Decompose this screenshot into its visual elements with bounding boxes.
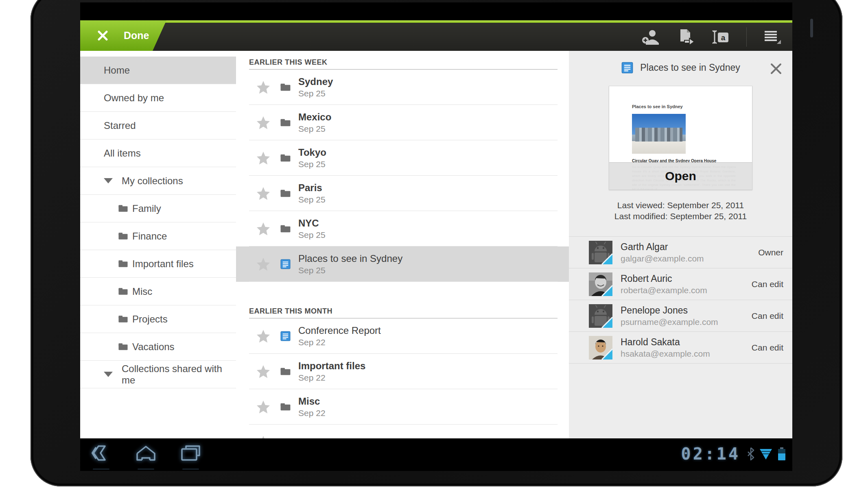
- collaborator-name: Harold Sakata: [621, 336, 710, 348]
- star-icon[interactable]: [256, 329, 270, 343]
- star-icon[interactable]: [256, 365, 270, 379]
- clock: 02:14: [681, 444, 740, 463]
- list-item-conference-report[interactable]: Conference ReportSep 22: [236, 318, 569, 354]
- sidebar-item-collections-shared-with-me[interactable]: Collections shared with me: [80, 361, 236, 388]
- folder-icon: [280, 366, 291, 377]
- list-item-paris[interactable]: ParisSep 25: [236, 176, 569, 211]
- folder-icon: [280, 401, 291, 412]
- collaborator-role: Owner: [758, 248, 783, 257]
- home-icon: [134, 443, 157, 463]
- collaborator-row-harold-sakata[interactable]: Harold Sakata hsakata@example.com Can ed…: [569, 332, 792, 364]
- sidebar-item-home[interactable]: Home: [80, 57, 236, 84]
- sidebar-item-misc[interactable]: Misc: [80, 278, 236, 305]
- item-title: Conference Report: [298, 325, 381, 337]
- last-viewed: Last viewed: September 25, 2011: [569, 200, 792, 211]
- item-date: Sep 22: [298, 407, 326, 419]
- folder-icon: [280, 188, 291, 199]
- sidebar-item-label: Vacations: [132, 341, 175, 353]
- sidebar-item-projects[interactable]: Projects: [80, 305, 236, 333]
- preview-doc-title: Places to see in Sydney: [632, 104, 736, 109]
- sidebar-item-finance[interactable]: Finance: [80, 222, 236, 250]
- collaborator-role: Can edit: [752, 343, 783, 353]
- collaborator-email: psurname@example.com: [621, 316, 718, 327]
- sidebar-item-my-collections[interactable]: My collections: [80, 167, 236, 195]
- sidebar-item-label: Family: [132, 203, 161, 214]
- close-panel-button[interactable]: [769, 61, 783, 76]
- close-icon: [770, 62, 783, 75]
- item-title: Mexico: [298, 111, 331, 123]
- document-icon: [621, 61, 634, 74]
- add-collaborator-button[interactable]: [641, 28, 660, 46]
- star-icon[interactable]: [256, 151, 270, 165]
- item-date: Sep 25: [298, 194, 326, 205]
- star-icon[interactable]: [256, 81, 270, 94]
- avatar: [589, 304, 612, 328]
- sidebar-item-all-items[interactable]: All items: [80, 139, 236, 167]
- avatar: [589, 336, 612, 359]
- item-date: Sep 25: [298, 123, 331, 135]
- avatar: [589, 272, 612, 296]
- list-item-misc[interactable]: MiscSep 22: [236, 389, 569, 425]
- sidebar: Home Owned by me Starred All items My co…: [80, 51, 236, 438]
- collaborator-email: roberta@example.com: [621, 285, 707, 296]
- item-date: Sep 25: [298, 265, 402, 276]
- folder-icon: [118, 203, 128, 214]
- collaborator-row-robert-auric[interactable]: Robert Auric roberta@example.com Can edi…: [569, 268, 792, 300]
- system-bar: 02:14: [80, 438, 792, 471]
- home-button[interactable]: [134, 443, 157, 463]
- sidebar-item-important-files[interactable]: Important files: [80, 250, 236, 278]
- folder-icon: [280, 152, 291, 163]
- done-button[interactable]: Done: [80, 20, 166, 51]
- sidebar-item-owned-by-me[interactable]: Owned by me: [80, 84, 236, 112]
- item-title: NYC: [298, 217, 326, 229]
- battery-icon: [777, 447, 787, 461]
- list-item-mexico[interactable]: MexicoSep 25: [236, 105, 569, 140]
- star-icon[interactable]: [256, 116, 270, 130]
- screen: Done: [80, 2, 792, 471]
- list-item-tokyo[interactable]: TokyoSep 25: [236, 140, 569, 176]
- open-button[interactable]: Open: [609, 162, 752, 190]
- sidebar-item-vacations[interactable]: Vacations: [80, 333, 236, 361]
- share-document-button[interactable]: [676, 28, 695, 46]
- tablet-device: Done: [31, 0, 842, 486]
- overflow-menu-icon: [763, 28, 782, 46]
- detail-panel: Places to see in Sydney Places to see in…: [569, 51, 792, 438]
- list-item-sydney[interactable]: SydneySep 25: [236, 70, 569, 105]
- list-item-places-to-see-in-sydney[interactable]: Places to see in SydneySep 25: [236, 246, 569, 282]
- star-icon[interactable]: [256, 257, 270, 271]
- star-icon[interactable]: [256, 436, 270, 439]
- collaborator-row-garth-algar[interactable]: Garth Algar galgar@example.com Owner: [569, 237, 792, 268]
- collaborator-email: galgar@example.com: [621, 253, 704, 264]
- section-header: EARLIER THIS WEEK: [249, 51, 558, 70]
- rename-button[interactable]: a: [711, 28, 730, 46]
- action-bar: Done: [80, 20, 792, 51]
- item-title: Sydney: [298, 76, 333, 88]
- sidebar-item-label: Projects: [132, 314, 168, 325]
- overflow-menu-button[interactable]: [763, 28, 782, 46]
- preview-photo: [632, 114, 686, 154]
- star-icon[interactable]: [256, 187, 270, 200]
- document-preview-card[interactable]: Places to see in Sydney Circular Quay an…: [609, 86, 752, 190]
- sidebar-item-label: Important files: [132, 258, 194, 270]
- document-dates: Last viewed: September 25, 2011 Last mod…: [569, 200, 792, 222]
- sidebar-item-family[interactable]: Family: [80, 195, 236, 222]
- document-icon: [280, 331, 291, 342]
- collaborator-row-penelope-jones[interactable]: Penelope Jones psurname@example.com Can …: [569, 300, 792, 332]
- document-list: EARLIER THIS WEEK SydneySep 25 MexicoSep…: [236, 51, 569, 438]
- star-icon[interactable]: [256, 222, 270, 236]
- item-date: Sep 22: [298, 337, 381, 348]
- sidebar-item-label: Finance: [132, 231, 167, 242]
- action-bar-divider: [746, 27, 747, 47]
- list-item-projects-partial[interactable]: Projects: [236, 425, 569, 438]
- star-icon[interactable]: [256, 400, 270, 414]
- list-item-important-files[interactable]: Important filesSep 22: [236, 354, 569, 389]
- done-button-label: Done: [124, 30, 149, 41]
- item-date: Sep 22: [298, 372, 365, 383]
- list-item-nyc[interactable]: NYCSep 25: [236, 211, 569, 246]
- item-date: Sep 25: [298, 229, 326, 241]
- back-button[interactable]: [90, 443, 113, 463]
- recent-apps-button[interactable]: [179, 443, 202, 463]
- avatar: [589, 241, 612, 264]
- sidebar-item-starred[interactable]: Starred: [80, 112, 236, 139]
- recent-apps-icon: [179, 443, 202, 463]
